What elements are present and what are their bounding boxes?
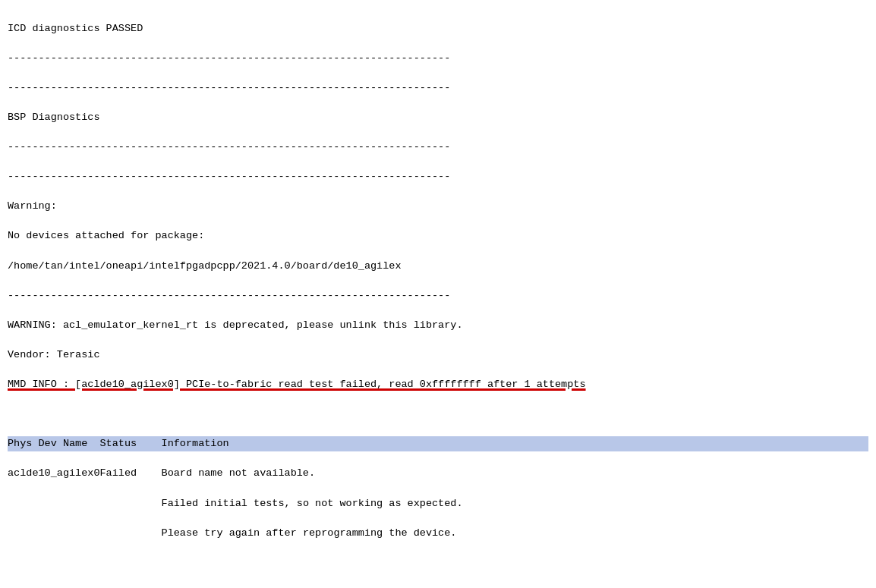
line-warning2: WARNING: acl_emulator_kernel_rt is depre… bbox=[8, 318, 868, 333]
line-empty2 bbox=[8, 555, 868, 571]
line-empty3 bbox=[8, 585, 868, 588]
line-failed-initial: Failed initial tests, so not working as … bbox=[8, 496, 868, 511]
line-no-devices: No devices attached for package: bbox=[8, 228, 868, 244]
line-please-try: Please try again after reprogramming the… bbox=[8, 526, 868, 541]
line-sep2: ----------------------------------------… bbox=[8, 80, 868, 96]
line-sep1: ----------------------------------------… bbox=[8, 51, 868, 66]
line-bsp: BSP Diagnostics bbox=[8, 110, 868, 125]
line-sep3: ----------------------------------------… bbox=[8, 140, 868, 155]
line-sep5: ----------------------------------------… bbox=[8, 288, 868, 303]
line-icd-passed: ICD diagnostics PASSED bbox=[8, 21, 868, 36]
line-vendor: Vendor: Terasic bbox=[8, 347, 868, 363]
line-sep4: ----------------------------------------… bbox=[8, 169, 868, 184]
line-empty1 bbox=[8, 407, 868, 422]
line-mmd-info: MMD INFO : [aclde10_agilex0] PCIe-to-fab… bbox=[8, 377, 868, 392]
line-table-header: Phys Dev Name Status Information bbox=[8, 436, 868, 451]
line-path: /home/tan/intel/oneapi/intelfpgadpcpp/20… bbox=[8, 259, 868, 274]
line-warning: Warning: bbox=[8, 199, 868, 214]
terminal-output: ICD diagnostics PASSED -----------------… bbox=[0, 0, 876, 588]
line-device-name: aclde10_agilex0Failed Board name not ava… bbox=[8, 466, 868, 481]
